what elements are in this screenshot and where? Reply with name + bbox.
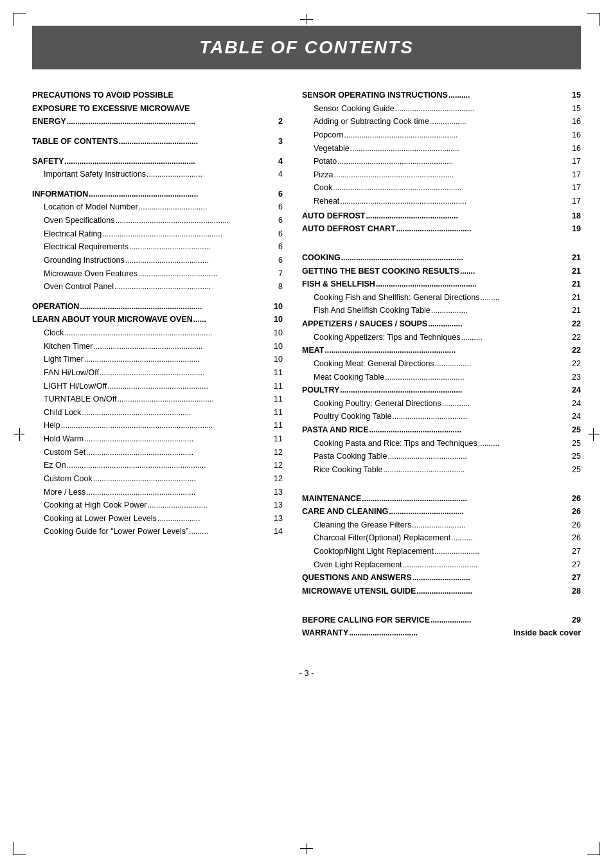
section-maintenance: MAINTENANCE ............................… <box>302 492 581 598</box>
list-item: OPERATION ..............................… <box>32 300 283 314</box>
list-item: Oven Control Panel .....................… <box>32 280 283 294</box>
list-item: Pizza ..................................… <box>302 168 581 182</box>
spacer <box>302 483 581 492</box>
list-item: Light Timer ............................… <box>32 353 283 366</box>
list-item: PRECAUTIONS TO AVOID POSSIBLE <box>32 89 283 102</box>
list-item: Cooking Poultry: General Directions ....… <box>302 397 581 411</box>
list-item: TABLE OF CONTENTS ......................… <box>32 135 283 148</box>
list-item: FISH & SHELLFISH .......................… <box>302 278 581 291</box>
list-item: MAINTENANCE ............................… <box>302 492 581 506</box>
list-item: Oven Light Replacement .................… <box>302 558 581 572</box>
list-item: Vegetable ..............................… <box>302 142 581 155</box>
list-item: Pasta Cooking Table ....................… <box>302 450 581 463</box>
spacer <box>302 242 581 251</box>
list-item: Ez On ..................................… <box>32 459 283 472</box>
section-safety: SAFETY .................................… <box>32 155 283 181</box>
page-number: - 3 - <box>32 668 581 678</box>
list-item: Hold Warm ..............................… <box>32 432 283 446</box>
list-item: SENSOR OPERATING INSTRUCTIONS ..........… <box>302 89 581 102</box>
list-item: LEARN ABOUT YOUR MICROWAVE OVEN ...... 1… <box>32 313 283 326</box>
list-item: Sensor Cooking Guide ...................… <box>302 102 581 116</box>
list-item: Fish And Shellfish Cooking Table .......… <box>302 304 581 317</box>
page: TABLE OF CONTENTS PRECAUTIONS TO AVOID P… <box>0 0 613 868</box>
list-item: Poultry Cooking Table ..................… <box>302 410 581 423</box>
list-item: Grounding Instructions .................… <box>32 254 283 267</box>
list-item: MEAT ...................................… <box>302 344 581 357</box>
list-item: Important Safety Instructions ..........… <box>32 168 283 181</box>
list-item: More / Less ............................… <box>32 486 283 499</box>
section-information: INFORMATION ............................… <box>32 188 283 294</box>
corner-mark-tr <box>587 13 600 26</box>
list-item: Custom Cook ............................… <box>32 472 283 486</box>
list-item: MICROWAVE UTENSIL GUIDE ................… <box>302 585 581 598</box>
list-item: Meat Cooking Table .....................… <box>302 371 581 384</box>
list-item: Location of Model Number ...............… <box>32 200 283 214</box>
list-item: Potato .................................… <box>302 155 581 168</box>
list-item: AUTO DEFROST CHART .....................… <box>302 222 581 236</box>
list-item: Cooking Guide for “Lower Power Levels” .… <box>32 525 283 538</box>
list-item: Cooking Fish and Shellfish: General Dire… <box>302 291 581 305</box>
title-banner: TABLE OF CONTENTS <box>32 26 581 69</box>
list-item: CARE AND CLEANING ......................… <box>302 505 581 518</box>
spacer <box>302 605 581 614</box>
list-item: Help ...................................… <box>32 419 283 432</box>
list-item: WARRANTY ...............................… <box>302 626 581 640</box>
list-item: Oven Specifications ....................… <box>32 214 283 227</box>
list-item: AUTO DEFROST ...........................… <box>302 209 581 223</box>
list-item: Cleaning the Grease Filters ............… <box>302 518 581 532</box>
list-item: FAN Hi/Low/Off .........................… <box>32 366 283 380</box>
section-service: BEFORE CALLING FOR SERVICE .............… <box>302 614 581 640</box>
list-item: TURNTABLE On/Off .......................… <box>32 393 283 406</box>
list-item: COOKING ................................… <box>302 251 581 265</box>
section-operation: OPERATION ..............................… <box>32 300 283 538</box>
list-item: PASTA AND RICE .........................… <box>302 423 581 437</box>
corner-mark-tl <box>13 13 26 26</box>
list-item: Kitchen Timer ..........................… <box>32 340 283 353</box>
list-item: Cooking at High Cook Power .............… <box>32 499 283 512</box>
list-item: BEFORE CALLING FOR SERVICE .............… <box>302 614 581 627</box>
list-item: Cooking Appetizers: Tips and Techniques … <box>302 331 581 344</box>
list-item: Popcorn ................................… <box>302 128 581 142</box>
list-item: EXPOSURE TO EXCESSIVE MICROWAVE <box>32 102 283 116</box>
list-item: Clock ..................................… <box>32 326 283 340</box>
list-item: Child Lock .............................… <box>32 406 283 420</box>
crosshair-bottom-v <box>306 844 307 854</box>
section-precautions: PRECAUTIONS TO AVOID POSSIBLE EXPOSURE T… <box>32 89 283 128</box>
list-item: Rice Cooking Table .....................… <box>302 463 581 477</box>
list-item: Adding or Subtracting Cook time ........… <box>302 115 581 128</box>
crosshair-top-v <box>306 14 307 24</box>
list-item: LIGHT Hi/Low/Off .......................… <box>32 380 283 393</box>
list-item: POULTRY ................................… <box>302 384 581 397</box>
list-item: ENERGY .................................… <box>32 115 283 128</box>
list-item: APPETIZERS / SAUCES / SOUPS ............… <box>302 317 581 331</box>
crosshair-left-h <box>14 434 24 434</box>
section-cooking: COOKING ................................… <box>302 251 581 477</box>
list-item: Custom Set .............................… <box>32 446 283 459</box>
list-item: Electrical Rating ......................… <box>32 227 283 241</box>
toc-body: PRECAUTIONS TO AVOID POSSIBLE EXPOSURE T… <box>32 89 581 649</box>
list-item: Reheat .................................… <box>302 195 581 208</box>
section-toc: TABLE OF CONTENTS ......................… <box>32 135 283 148</box>
list-item: Microwave Oven Features ................… <box>32 267 283 281</box>
crosshair-right-h <box>589 434 599 434</box>
list-item: Cooking Meat: General Directions .......… <box>302 357 581 371</box>
section-sensor: SENSOR OPERATING INSTRUCTIONS ..........… <box>302 89 581 236</box>
list-item: INFORMATION ............................… <box>32 188 283 201</box>
list-item: Cooking at Lower Power Levels ..........… <box>32 512 283 526</box>
list-item: Cook ...................................… <box>302 181 581 195</box>
list-item: SAFETY .................................… <box>32 155 283 168</box>
page-title: TABLE OF CONTENTS <box>45 37 568 58</box>
list-item: QUESTIONS AND ANSWERS ..................… <box>302 571 581 585</box>
list-item: Cooktop/Night Light Replacement ........… <box>302 545 581 558</box>
list-item: GETTING THE BEST COOKING RESULTS .......… <box>302 265 581 278</box>
left-column: PRECAUTIONS TO AVOID POSSIBLE EXPOSURE T… <box>32 89 283 545</box>
corner-mark-bl <box>13 842 26 855</box>
corner-mark-br <box>587 842 600 855</box>
list-item: Cooking Pasta and Rice: Tips and Techniq… <box>302 437 581 450</box>
list-item: Charcoal Filter(Optional) Replacement ..… <box>302 531 581 545</box>
list-item: Electrical Requirements ................… <box>32 240 283 254</box>
right-column: SENSOR OPERATING INSTRUCTIONS ..........… <box>302 89 581 649</box>
